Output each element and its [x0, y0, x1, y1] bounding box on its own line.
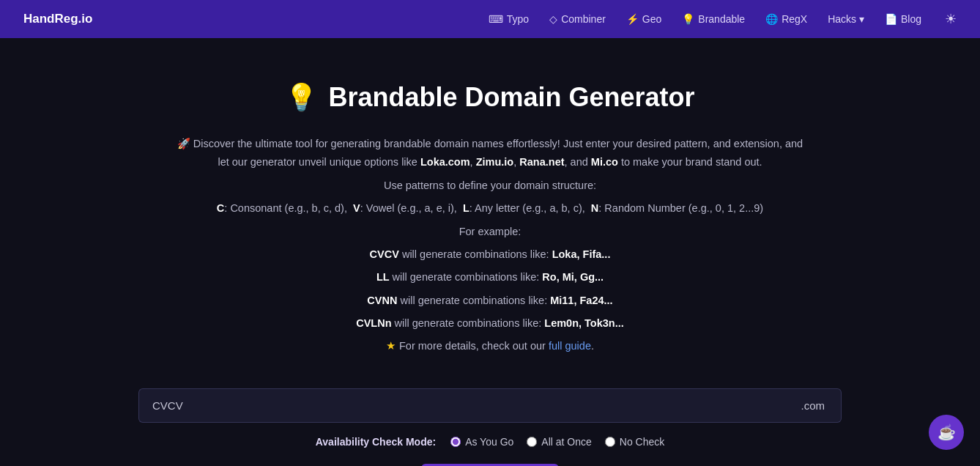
nav-link-combiner[interactable]: ◇ Combiner: [549, 13, 606, 25]
combiner-icon: ◇: [549, 13, 557, 25]
result-cvnn: Mi11, Fa24...: [550, 295, 612, 306]
radio-as-you-go[interactable]: As You Go: [450, 436, 513, 448]
l-letter: L: [463, 202, 469, 214]
full-guide-link[interactable]: full guide: [549, 340, 591, 352]
desc-pattern-line: C: Consonant (e.g., b, c, d), V: Vowel (…: [175, 199, 805, 218]
guide-line: ★ For more details, check out our full g…: [175, 337, 805, 355]
nav-link-blog[interactable]: 📄 Blog: [885, 13, 921, 25]
input-row: .com: [138, 388, 842, 423]
highlight-zimu: Zimu.io: [476, 156, 514, 168]
radio-all-at-once-label: All at Once: [541, 436, 591, 448]
highlight-mico: Mi.co: [591, 156, 618, 168]
nav-links: ⌨ Typo ◇ Combiner ⚡ Geo 💡 Brandable 🌐: [489, 13, 921, 25]
nav-hacks-label: Hacks ▾: [828, 13, 864, 25]
pattern-cvcv: CVCV: [370, 248, 399, 260]
radio-as-you-go-label: As You Go: [465, 436, 513, 448]
theme-toggle[interactable]: ☀: [945, 11, 957, 27]
radio-all-at-once[interactable]: All at Once: [527, 436, 591, 448]
page-title-container: 💡 Brandable Domain Generator: [285, 82, 694, 113]
blog-icon: 📄: [885, 13, 897, 25]
star-icon: ★: [386, 337, 396, 355]
regex-icon: 🌐: [765, 13, 778, 25]
desc-line3: Use patterns to define your domain struc…: [175, 177, 805, 195]
nav-combiner-label: Combiner: [561, 13, 606, 25]
guide-text: For more details, check out our full gui…: [399, 337, 594, 355]
nav-brandable-label: Brandable: [698, 13, 745, 25]
pattern-cvnn: CVNN: [367, 295, 397, 306]
pattern-cvlnn: CVLNn: [356, 317, 391, 329]
bulb-icon: 💡: [285, 82, 318, 113]
geo-icon: ⚡: [626, 13, 639, 25]
nav-item-brandable[interactable]: 💡 Brandable: [682, 13, 745, 25]
main-content: 💡 Brandable Domain Generator 🚀 Discover …: [0, 38, 980, 466]
radio-all-at-once-input[interactable]: [527, 437, 537, 447]
coffee-button[interactable]: ☕: [929, 415, 964, 450]
nav-logo[interactable]: HandReg.io: [23, 12, 92, 26]
n-letter: N: [591, 202, 598, 214]
nav-link-geo[interactable]: ⚡ Geo: [626, 13, 661, 25]
availability-row: Availability Check Mode: As You Go All a…: [138, 436, 842, 448]
v-letter: V: [353, 202, 360, 214]
page-title: Brandable Domain Generator: [328, 82, 694, 113]
navbar: HandReg.io ⌨ Typo ◇ Combiner ⚡ Geo 💡 Bra…: [0, 0, 980, 38]
example-cvlnn: CVLNn will generate combinations like: L…: [175, 314, 805, 333]
tld-selector-button[interactable]: .com: [784, 388, 842, 423]
pattern-ll: LL: [376, 271, 390, 283]
nav-item-blog[interactable]: 📄 Blog: [885, 13, 921, 25]
example-cvnn: CVNN will generate combinations like: Mi…: [175, 292, 805, 310]
example-cvcv: CVCV will generate combinations like: Lo…: [175, 245, 805, 264]
c-letter: C: [217, 202, 224, 214]
radio-no-check[interactable]: No Check: [605, 436, 664, 448]
result-cvlnn: Lem0n, Tok3n...: [544, 317, 624, 329]
nav-typo-label: Typo: [507, 13, 529, 25]
highlight-rana: Rana.net: [519, 156, 564, 168]
nav-link-brandable[interactable]: 💡 Brandable: [682, 13, 745, 25]
nav-geo-label: Geo: [642, 13, 661, 25]
nav-item-combiner[interactable]: ◇ Combiner: [549, 13, 606, 25]
radio-no-check-label: No Check: [620, 436, 664, 448]
description-block: 🚀 Discover the ultimate tool for generat…: [175, 135, 805, 356]
result-ll: Ro, Mi, Gg...: [542, 271, 604, 283]
radio-no-check-input[interactable]: [605, 437, 615, 447]
nav-item-hacks[interactable]: Hacks ▾: [828, 13, 864, 25]
brandable-icon: 💡: [682, 13, 694, 25]
example-ll: LL will generate combinations like: Ro, …: [175, 268, 805, 286]
nav-item-regex[interactable]: 🌐 RegX: [765, 13, 807, 25]
result-cvcv: Loka, Fifa...: [552, 248, 611, 260]
avail-label: Availability Check Mode:: [316, 436, 436, 448]
nav-link-regex[interactable]: 🌐 RegX: [765, 13, 807, 25]
nav-regex-label: RegX: [782, 13, 807, 25]
input-section: .com Availability Check Mode: As You Go …: [138, 388, 842, 466]
example-label: For example:: [175, 223, 805, 241]
nav-blog-label: Blog: [901, 13, 921, 25]
nav-link-typo[interactable]: ⌨ Typo: [489, 13, 529, 25]
desc-line1: 🚀 Discover the ultimate tool for generat…: [175, 135, 805, 172]
nav-item-geo[interactable]: ⚡ Geo: [626, 13, 661, 25]
typo-icon: ⌨: [489, 13, 503, 25]
highlight-loka: Loka.com: [420, 156, 470, 168]
nav-item-typo[interactable]: ⌨ Typo: [489, 13, 529, 25]
radio-group: As You Go All at Once No Check: [450, 436, 664, 448]
domain-pattern-input[interactable]: [138, 388, 784, 423]
radio-as-you-go-input[interactable]: [450, 437, 461, 447]
nav-link-hacks[interactable]: Hacks ▾: [828, 13, 864, 25]
